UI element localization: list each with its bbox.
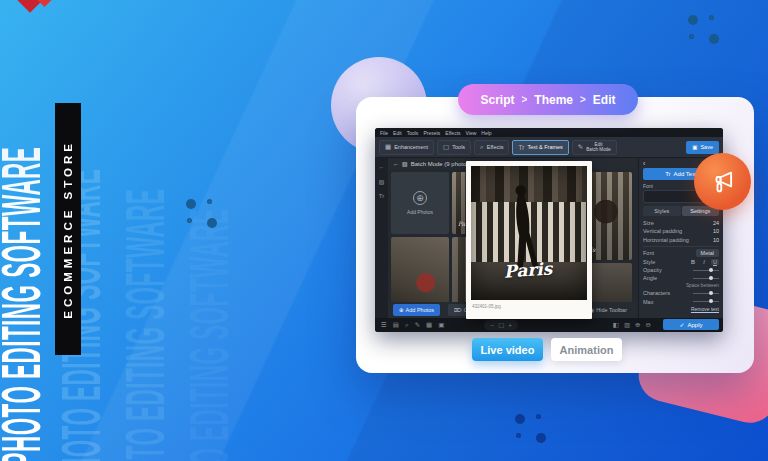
megaphone-icon	[708, 167, 738, 197]
chevron-separator-icon: >	[580, 94, 586, 105]
menu-tools[interactable]: Tools	[407, 130, 419, 136]
panel-tabs: Styles Settings	[643, 206, 719, 216]
menu-view[interactable]: View	[466, 130, 477, 136]
pencil-icon[interactable]: ✎	[415, 321, 420, 329]
back-icon[interactable]: ←	[393, 161, 399, 167]
characters-slider[interactable]	[693, 293, 719, 294]
bold-button[interactable]: B	[689, 259, 697, 265]
chevron-separator-icon: >	[521, 94, 527, 105]
style-row: Style B I U	[643, 257, 719, 265]
live-video-button[interactable]: Live video	[472, 338, 543, 361]
text-tool-icon[interactable]: Tr	[379, 193, 384, 199]
save-small-icon[interactable]: ▣	[438, 321, 444, 329]
selected-photo-frame[interactable]: Paris 432401-05.jpg	[466, 161, 592, 319]
photo-icon: ▧	[402, 160, 408, 167]
search-icon[interactable]: ⌕	[405, 321, 409, 329]
italic-button[interactable]: I	[700, 259, 708, 265]
add-photos-tile[interactable]: ⊕ Add Photos	[391, 172, 449, 234]
vertical-padding-row[interactable]: Vertical padding10	[643, 227, 719, 235]
photo-thumbnail[interactable]: Paris	[391, 237, 449, 302]
apply-button[interactable]: ✓ Apply	[663, 319, 719, 330]
photo-editor-window: File Edit Tools Presets Effects View Hel…	[375, 128, 723, 332]
ecommerce-store-label: ECOMMERCE STORE	[62, 140, 74, 319]
panel-right-icon[interactable]: ▥	[624, 321, 630, 329]
divider	[643, 246, 719, 247]
megaphone-badge[interactable]	[694, 153, 751, 210]
menu-presets[interactable]: Presets	[423, 130, 440, 136]
animation-button[interactable]: Animation	[551, 338, 622, 361]
add-photos-button[interactable]: ⊕ Add Photos	[393, 304, 440, 316]
tab-styles[interactable]: Styles	[643, 206, 681, 216]
menu-icon[interactable]: ☰	[381, 321, 387, 329]
photo-filename: 432401-05.jpg	[471, 300, 587, 313]
dots-pattern-left	[186, 199, 218, 229]
crop-icon: ▢	[443, 143, 449, 151]
dots-pattern-bottom	[515, 414, 547, 444]
angle-slider[interactable]	[693, 278, 719, 279]
title-echo-3: PHOTO EDITING SOFTWARE	[177, 35, 241, 461]
grid-icon[interactable]: ▤	[393, 321, 399, 329]
panel-left-icon[interactable]: ◧	[613, 321, 619, 329]
step-script[interactable]: Script	[480, 93, 514, 107]
tool-rail: ← ▧ Tr	[375, 158, 388, 318]
workflow-breadcrumb: Script > Theme > Edit	[458, 84, 638, 115]
plus-icon[interactable]: ⊕	[635, 321, 640, 329]
zoom-controls: − ▢ +	[484, 320, 518, 330]
text-icon: Tr	[665, 171, 670, 177]
photo-striped-columns	[471, 202, 587, 262]
magnifier-icon: ⌕	[480, 143, 484, 151]
statusbar-right-icons: ◧ ▥ ⊕ ⊖	[613, 321, 651, 329]
remove-text-link[interactable]: Remove text	[643, 306, 719, 312]
save-icon: ▣	[692, 144, 697, 150]
zoom-in-icon[interactable]: +	[508, 322, 512, 329]
plus-circle-icon: ⊕	[399, 307, 404, 313]
font-family-select[interactable]: Metal	[696, 249, 719, 257]
back-arrow-icon[interactable]: ←	[379, 164, 385, 170]
ecommerce-store-ribbon: ECOMMERCE STORE	[55, 103, 81, 355]
edit-batch-mode-button[interactable]: ✎ Edit Batch Mode	[572, 140, 617, 155]
save-button[interactable]: ▣ Save	[686, 141, 719, 154]
text-frames-button[interactable]: Tr Text & Frames	[512, 140, 568, 155]
plus-circle-icon: ⊕	[413, 191, 427, 205]
menu-bar: File Edit Tools Presets Effects View Hel…	[375, 128, 723, 137]
enhancement-button[interactable]: ▦ Enhancement	[379, 140, 434, 155]
opacity-slider[interactable]	[693, 270, 719, 271]
underline-button[interactable]: U	[711, 259, 719, 265]
selected-photo: Paris	[471, 166, 587, 300]
photo-arcade-background	[471, 166, 587, 202]
font-family-row: Font Metal	[643, 249, 719, 257]
angle-row: Angle	[643, 274, 719, 282]
step-theme[interactable]: Theme	[534, 93, 573, 107]
tools-button[interactable]: ▢ Tools	[437, 140, 471, 155]
menu-effects[interactable]: Effects	[445, 130, 460, 136]
hero-banner: PHOTO EDITING SOFTWARE PHOTO EDITING SOF…	[0, 0, 768, 461]
fit-icon[interactable]: ▢	[498, 321, 504, 329]
batch-mode-title: Batch Mode (9 photos)	[411, 161, 472, 167]
paris-text-overlay: Paris	[503, 258, 553, 281]
effects-button[interactable]: ⌕ Effects	[474, 140, 509, 155]
minus-icon[interactable]: ⊖	[646, 321, 651, 329]
enhancement-icon: ▦	[385, 143, 391, 151]
menu-edit[interactable]: Edit	[393, 130, 402, 136]
menu-file[interactable]: File	[380, 130, 388, 136]
title-echo-2: PHOTO EDITING SOFTWARE	[113, 15, 177, 461]
zoom-out-icon[interactable]: −	[490, 322, 494, 329]
text-icon: Tr	[518, 144, 524, 151]
editor-toolbar: ▦ Enhancement ▢ Tools ⌕ Effects Tr Text …	[375, 137, 723, 158]
trash-icon: ⌦	[454, 307, 462, 313]
frame-icon[interactable]: ▧	[379, 178, 385, 185]
characters-row: Characters	[643, 289, 719, 297]
opacity-row: Opacity	[643, 266, 719, 274]
horizontal-padding-row[interactable]: Horizontal padding10	[643, 236, 719, 244]
size-row[interactable]: Size24	[643, 219, 719, 227]
menu-help[interactable]: Help	[481, 130, 491, 136]
max-row: Max	[643, 298, 719, 306]
dots-pattern-top-right	[688, 15, 720, 45]
step-edit[interactable]: Edit	[593, 93, 616, 107]
grid-cells-icon[interactable]: ▦	[426, 321, 432, 329]
pencil-icon: ✎	[578, 143, 583, 151]
check-icon: ✓	[679, 321, 684, 328]
max-slider[interactable]	[693, 301, 719, 302]
vertical-title: PHOTO EDITING SOFTWARE	[0, 0, 53, 461]
